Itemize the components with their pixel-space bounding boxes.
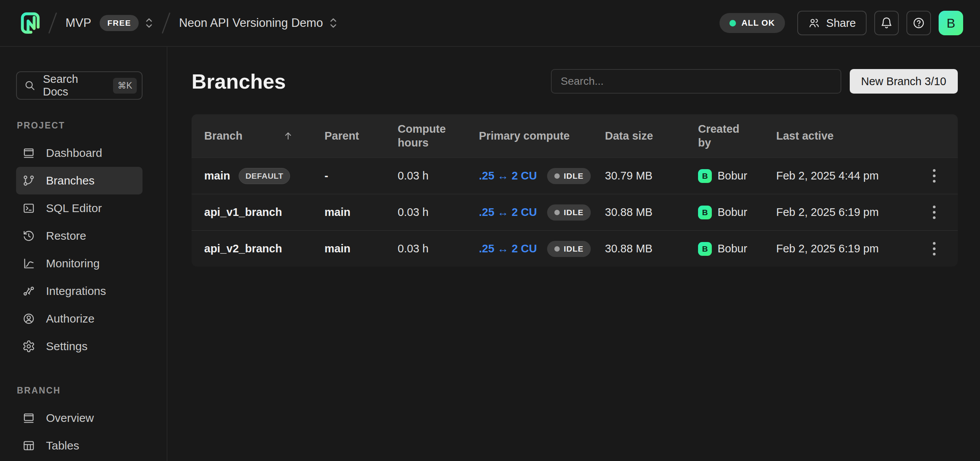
search-icon [24, 79, 36, 92]
sql-editor-icon [22, 202, 35, 215]
plan-badge: FREE [100, 15, 139, 31]
chevron-updown-icon[interactable] [145, 16, 153, 30]
compute-state-badge: IDLE [547, 241, 591, 257]
column-header-data-size[interactable]: Data size [592, 129, 685, 143]
data-size: 30.88 MB [605, 242, 652, 255]
share-label: Share [826, 17, 856, 30]
branches-icon [22, 174, 35, 187]
column-header-parent[interactable]: Parent [312, 129, 385, 143]
creator-name: Bobur [718, 206, 747, 219]
status-label: ALL OK [741, 18, 775, 28]
sidebar-item-label: Tables [46, 439, 79, 452]
branch-name[interactable]: api_v1_branch [204, 206, 282, 219]
page-title: Branches [192, 69, 551, 93]
column-header-created-by[interactable]: Created by [685, 122, 764, 150]
search-shortcut-kbd: ⌘K [113, 78, 137, 94]
column-header-last-active[interactable]: Last active [764, 129, 919, 143]
sidebar-item-branches[interactable]: Branches [16, 167, 143, 194]
sidebar-item-sql-editor[interactable]: SQL Editor [16, 194, 143, 222]
branch-name[interactable]: api_v2_branch [204, 242, 282, 255]
sidebar-item-dashboard[interactable]: Dashboard [16, 139, 143, 167]
sidebar-item-label: Dashboard [46, 147, 102, 160]
sidebar-item-monitoring[interactable]: Monitoring [16, 250, 143, 277]
creator-name: Bobur [718, 170, 747, 182]
compute-hours: 0.03 h [398, 170, 429, 182]
search-docs-button[interactable]: Search Docs ⌘K [16, 71, 143, 100]
notifications-button[interactable] [874, 11, 899, 35]
integrations-icon [22, 285, 35, 298]
neon-logo-icon[interactable] [21, 12, 40, 34]
row-menu-button[interactable] [923, 202, 945, 223]
default-badge: DEFAULT [239, 168, 290, 184]
sidebar-item-overview[interactable]: Overview [16, 404, 143, 432]
user-avatar[interactable]: B [939, 11, 963, 35]
last-active: Feb 2, 2025 4:44 pm [776, 170, 879, 182]
branch-name[interactable]: main [204, 170, 230, 182]
section-label-branch: BRANCH [17, 385, 167, 396]
help-icon [912, 16, 925, 30]
sidebar-item-tables[interactable]: Tables [16, 432, 143, 459]
authorize-icon [22, 312, 35, 325]
primary-compute-link[interactable]: .25 ↔ 2 CU [479, 206, 537, 219]
breadcrumb-org[interactable]: MVP FREE [66, 15, 153, 31]
primary-compute-link[interactable]: .25 ↔ 2 CU [479, 242, 537, 255]
sidebar: Search Docs ⌘K PROJECT Dashboard Branche… [0, 47, 167, 461]
branches-table: Branch Parent Compute hours Primary comp… [192, 114, 958, 267]
sidebar-item-label: Integrations [46, 285, 106, 298]
sidebar-item-integrations[interactable]: Integrations [16, 277, 143, 305]
section-label-project: PROJECT [17, 120, 167, 131]
tables-icon [22, 439, 35, 452]
search-docs-label: Search Docs [43, 73, 106, 98]
parent-branch: main [324, 242, 351, 255]
sidebar-item-label: Monitoring [46, 257, 100, 270]
sidebar-item-settings[interactable]: Settings [16, 333, 143, 360]
main-content: Branches New Branch 3/10 Branch Parent C… [167, 47, 980, 461]
sidebar-item-label: Branches [46, 174, 95, 187]
help-button[interactable] [906, 11, 931, 35]
row-menu-button[interactable] [923, 238, 945, 260]
sidebar-item-authorize[interactable]: Authorize [16, 305, 143, 333]
sidebar-item-restore[interactable]: Restore [16, 222, 143, 250]
avatar-initial: B [947, 16, 955, 31]
monitoring-icon [22, 257, 35, 270]
creator-avatar: B [698, 242, 712, 256]
table-row[interactable]: api_v2_branch main 0.03 h .25 ↔ 2 CU IDL… [192, 230, 958, 267]
compute-state-badge: IDLE [547, 168, 591, 184]
overview-icon [22, 412, 35, 425]
users-icon [808, 17, 820, 29]
chevron-updown-icon[interactable] [329, 16, 338, 30]
primary-compute-link[interactable]: .25 ↔ 2 CU [479, 170, 537, 182]
sidebar-item-label: SQL Editor [46, 202, 102, 215]
sidebar-item-label: Restore [46, 229, 86, 242]
new-branch-button[interactable]: New Branch 3/10 [850, 69, 958, 94]
idle-dot-icon [554, 210, 560, 215]
column-header-compute-hours[interactable]: Compute hours [385, 122, 466, 150]
column-header-primary-compute[interactable]: Primary compute [466, 129, 592, 143]
branch-search-input[interactable] [551, 69, 841, 94]
bell-icon [880, 16, 893, 30]
project-name: Neon API Versioning Demo [179, 16, 323, 30]
data-size: 30.79 MB [605, 170, 652, 182]
status-ok-dot-icon [729, 20, 736, 26]
idle-dot-icon [554, 246, 560, 252]
idle-dot-icon [554, 173, 560, 179]
column-header-branch[interactable]: Branch [192, 129, 312, 143]
table-row[interactable]: main DEFAULT - 0.03 h .25 ↔ 2 CU IDLE 30… [192, 157, 958, 194]
table-header-row: Branch Parent Compute hours Primary comp… [192, 114, 958, 157]
breadcrumb-divider [48, 12, 57, 34]
share-button[interactable]: Share [797, 11, 867, 35]
sort-ascending-icon[interactable] [282, 130, 294, 142]
compute-hours: 0.03 h [398, 242, 429, 255]
status-badge[interactable]: ALL OK [719, 13, 785, 33]
row-menu-button[interactable] [923, 165, 945, 187]
last-active: Feb 2, 2025 6:19 pm [776, 242, 879, 255]
breadcrumb-project[interactable]: Neon API Versioning Demo [179, 16, 338, 30]
table-row[interactable]: api_v1_branch main 0.03 h .25 ↔ 2 CU IDL… [192, 194, 958, 230]
org-name: MVP [66, 16, 91, 30]
dashboard-icon [22, 147, 35, 160]
last-active: Feb 2, 2025 6:19 pm [776, 206, 879, 219]
creator-name: Bobur [718, 242, 747, 255]
creator-avatar: B [698, 169, 712, 183]
breadcrumb-divider [162, 12, 170, 34]
sidebar-item-label: Overview [46, 412, 94, 425]
